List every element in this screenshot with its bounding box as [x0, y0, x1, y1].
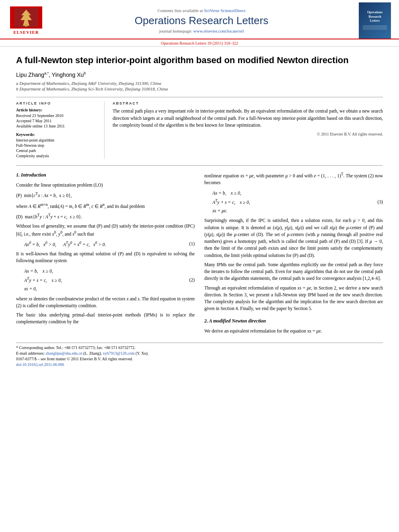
eq3-number: (3): [367, 189, 383, 205]
svg-rect-2: [25, 24, 27, 27]
xs-denotes-p: where xs denotes the coordinatewise prod…: [16, 296, 195, 310]
available-date: Available online 13 June 2011: [16, 124, 98, 128]
intro-p1: Consider the linear optimization problem…: [16, 182, 195, 189]
sciverse-line: Contents lists available at SciVerse Sci…: [44, 8, 359, 13]
eq1-number: (1): [179, 240, 195, 247]
journal-thumb-title: OperationsResearchLetters: [367, 10, 383, 23]
article-info-abstract: ARTICLE INFO Article history: Received 2…: [16, 101, 383, 159]
equation-2: Ax = b, x ≥ 0, ATy + s = c, s ≥ 0, xs = …: [16, 267, 195, 293]
eq3-content: Ax = b, x ≥ 0, ATy + s = c, s ≥ 0, xs = …: [204, 189, 367, 215]
copyright-line: © 2011 Elsevier B.V. All rights reserved…: [113, 132, 383, 136]
received-date: Received 23 September 2010: [16, 113, 98, 118]
issn-line: 0167-6377/$ – see front matter © 2011 El…: [16, 357, 383, 361]
basic-idea-p: The basic idea underlying primal–dual in…: [16, 312, 195, 326]
nonlinear-eq-p: nonlinear equation xs = μe, with paramet…: [204, 171, 383, 186]
email-label: E-mail addresses:: [16, 351, 45, 355]
eq1-content: Ax0 = b, x0 > 0, ATy0 + s0 = c, s0 > 0.: [16, 240, 179, 248]
author-a-sup: a,*: [44, 71, 49, 75]
through-equiv-p: Through an equivalent reformulation of e…: [204, 285, 383, 312]
doi-line: doi:10.1016/j.orl.2011.06.006: [16, 362, 383, 367]
equation-3: Ax = b, x ≥ 0, ATy + s = c, s ≥ 0, xs = …: [204, 189, 383, 215]
footnote-star: * Corresponding author. Tel.: +86 571 63…: [16, 345, 383, 350]
article-history-label: Article history:: [16, 108, 98, 112]
elsevier-tree-icon: [14, 8, 38, 27]
homepage-link[interactable]: www.elsevier.com/locate/orl: [193, 29, 244, 33]
body-content: 1. Introduction Consider the linear opti…: [16, 165, 383, 337]
keyword-4: Complexity analysis: [16, 154, 98, 158]
journal-center-header: Contents lists available at SciVerse Sci…: [44, 6, 359, 36]
homepage-line: journal homepage: www.elsevier.com/locat…: [44, 29, 359, 33]
section-2-title: 2. A modified Newton direction: [204, 317, 383, 325]
journal-header: ELSEVIER Contents lists available at Sci…: [0, 0, 399, 39]
elsevier-wordmark: ELSEVIER: [13, 30, 39, 35]
sciverse-prefix: Contents lists available at: [158, 8, 203, 13]
author-b-sup: b: [84, 71, 86, 75]
modified-newton-p1: We derive an equivalent reformulation fo…: [204, 328, 383, 335]
abstract-panel: ABSTRACT The central path plays a very i…: [113, 101, 383, 159]
keyword-3: Central path: [16, 148, 98, 153]
email2-link[interactable]: xyh7913@126.com: [103, 351, 135, 355]
keyword-1: Interior-point algorithm: [16, 138, 98, 142]
article-info-header: ARTICLE INFO: [16, 101, 98, 105]
left-column: 1. Introduction Consider the linear opti…: [16, 171, 195, 337]
keywords-section: Keywords: Interior-point algorithm Full-…: [16, 132, 98, 158]
affiliations: a Department of Mathematics, Zhejiang A&…: [16, 81, 383, 91]
intro-problem-p: (P) min{cTx : Ax = b, x ≥ 0},: [16, 191, 195, 199]
intro-where-p: where A ∈ Rm×n, rank(A) = m, b ∈ Rm, c ∈…: [16, 202, 195, 210]
eq2-number: (2): [179, 267, 195, 283]
elsevier-logo: ELSEVIER: [8, 6, 44, 35]
equation-1: Ax0 = b, x0 > 0, ATy0 + s0 = c, s0 > 0. …: [16, 240, 195, 248]
author-lipu: Lipu Zhang: [16, 71, 44, 78]
abstract-header: ABSTRACT: [113, 101, 383, 105]
journal-ref-line: Operations Research Letters 39 (2011) 31…: [0, 39, 399, 47]
elsevier-logo-box: [10, 6, 42, 29]
email1-link[interactable]: zhanglipu@shu.edu.cn: [45, 351, 82, 355]
author-sep: , Yinghong Xu: [49, 71, 84, 78]
abstract-text: The central path plays a very important …: [113, 108, 383, 129]
dual-problem-p: (D) max{bTy : ATy + s = c, s ≥ 0}.: [16, 212, 195, 220]
right-column: nonlinear equation xs = μe, with paramet…: [204, 171, 383, 337]
email1-name: (L. Zhang),: [82, 351, 102, 355]
footnote-email: E-mail addresses: zhanglipu@shu.edu.cn (…: [16, 351, 383, 355]
and-conjunction: and: [107, 203, 114, 208]
ipc-assumption-p: Without loss of generality, we assume th…: [16, 223, 195, 238]
divider-1: [16, 97, 383, 97]
footnote-section: * Corresponding author. Tel.: +86 571 63…: [16, 343, 383, 367]
paper-title: A full-Newton step interior-point algori…: [16, 55, 383, 66]
intro-p1b: (P) min{cTx : Ax = b, x ≥ 0},: [16, 193, 72, 198]
journal-thumbnail: OperationsResearchLetters: [359, 2, 391, 39]
email2-name: (Y. Xu).: [135, 351, 149, 355]
doi-link[interactable]: doi:10.1016/j.orl.2011.06.006: [16, 362, 64, 367]
optimal-solution-p: It is well-known that finding an optimal…: [16, 251, 195, 265]
article-info-panel: ARTICLE INFO Article history: Received 2…: [16, 101, 105, 159]
affiliation-a: a Department of Mathematics, Zhejiang A&…: [16, 81, 383, 86]
authors-line: Lipu Zhanga,*, Yinghong Xub: [16, 71, 383, 78]
accepted-date: Accepted 7 May 2011: [16, 119, 98, 123]
affiliation-b: b Department of Mathematics, Zhejiang Sc…: [16, 86, 383, 91]
intro-section-title: 1. Introduction: [16, 171, 195, 179]
eq2-content: Ax = b, x ≥ 0, ATy + s = c, s ≥ 0, xs = …: [16, 267, 179, 293]
homepage-prefix: journal homepage:: [159, 29, 192, 33]
keyword-2: Full-Newton step: [16, 143, 98, 148]
journal-title-main: Operations Research Letters: [44, 14, 359, 27]
surprisingly-p: Surprisingly enough, if the IPC is satis…: [204, 217, 383, 259]
keywords-label: Keywords:: [16, 132, 98, 137]
sciverse-link[interactable]: SciVerse ScienceDirect: [204, 8, 245, 13]
many-ipms-p: Many IPMs use the central path. Some alg…: [204, 261, 383, 282]
